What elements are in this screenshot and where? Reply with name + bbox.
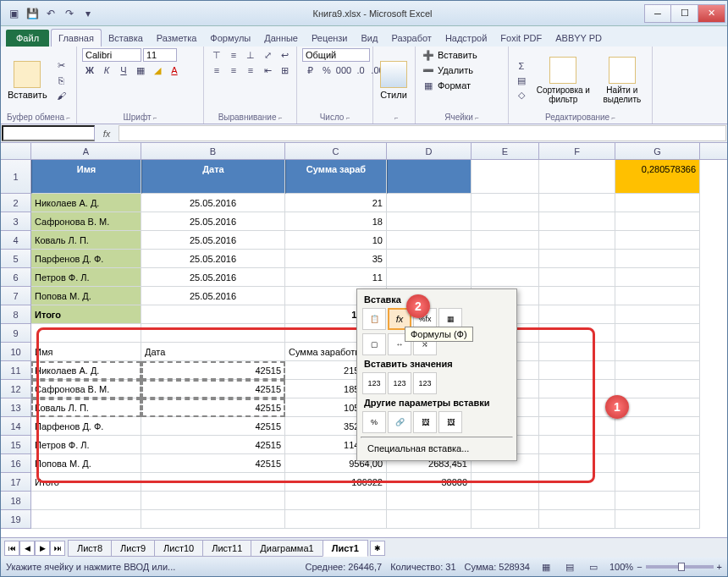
indent-dec-icon[interactable]: ⇤ (260, 63, 275, 77)
row-header[interactable]: 14 (1, 417, 31, 436)
paste-special-item[interactable]: Специальная вставка... (361, 440, 513, 457)
cell[interactable] (539, 417, 615, 436)
cell[interactable] (539, 231, 615, 250)
cell[interactable] (615, 417, 700, 436)
row-header[interactable]: 16 (1, 454, 31, 473)
cell[interactable] (539, 436, 615, 454)
row-header[interactable]: 4 (1, 231, 31, 250)
cell[interactable] (472, 268, 539, 287)
cell[interactable] (615, 287, 700, 305)
tab-addins[interactable]: Надстрой (438, 30, 494, 47)
row-header[interactable]: 8 (1, 305, 31, 324)
cell[interactable] (615, 343, 700, 361)
number-format-combo[interactable] (302, 48, 370, 62)
cell[interactable] (387, 250, 472, 268)
zoom-out-button[interactable]: − (637, 562, 642, 572)
view-pagebreak-icon[interactable]: ▭ (586, 560, 601, 574)
row-header[interactable]: 19 (1, 510, 31, 529)
cell[interactable]: 42515 (141, 417, 285, 436)
view-normal-icon[interactable]: ▦ (538, 560, 554, 574)
cell[interactable] (141, 324, 285, 343)
align-center-icon[interactable]: ≡ (226, 63, 241, 77)
cell[interactable]: 42515 (141, 361, 285, 380)
cell[interactable] (472, 160, 539, 194)
sheet-tab[interactable]: Лист9 (111, 540, 155, 557)
cell[interactable] (615, 510, 700, 529)
cell[interactable] (285, 510, 387, 529)
paste-button[interactable]: Вставить (6, 59, 49, 102)
zoom-level[interactable]: 100% (609, 562, 633, 572)
cell[interactable]: 35 (285, 250, 387, 268)
cell[interactable] (387, 231, 472, 250)
cell[interactable] (387, 492, 472, 510)
cell[interactable]: Николаев А. Д. (31, 361, 141, 380)
align-left-icon[interactable]: ≡ (209, 63, 224, 77)
col-header[interactable]: F (539, 143, 615, 159)
cell[interactable] (31, 510, 141, 529)
sheet-tab[interactable]: Лист10 (154, 540, 203, 557)
fill-color-icon[interactable]: ◢ (150, 63, 165, 77)
tab-review[interactable]: Рецензи (305, 30, 355, 47)
cell[interactable] (615, 361, 700, 380)
cell[interactable]: Дата (141, 343, 285, 361)
zoom-slider[interactable] (646, 565, 714, 569)
col-header[interactable]: B (141, 143, 285, 159)
formula-input[interactable] (119, 125, 726, 141)
cell[interactable]: 25.05.2016 (141, 194, 285, 212)
currency-icon[interactable]: ₽ (302, 63, 317, 77)
cell[interactable] (472, 194, 539, 212)
cell[interactable] (615, 212, 700, 231)
cell[interactable] (615, 231, 700, 250)
row-header[interactable]: 17 (1, 473, 31, 492)
row-header[interactable]: 6 (1, 268, 31, 287)
delete-cells-label[interactable]: Удалить (438, 65, 473, 75)
cell[interactable] (141, 305, 285, 324)
cell[interactable] (539, 324, 615, 343)
cell[interactable] (141, 510, 285, 529)
cell[interactable] (615, 324, 700, 343)
insert-cells-icon[interactable]: ➕ (421, 48, 436, 62)
paste-all-icon[interactable]: 📋 (362, 308, 386, 330)
cell[interactable]: 25.05.2016 (141, 212, 285, 231)
cell[interactable]: Парфенов Д. Ф. (31, 250, 141, 268)
name-box[interactable] (2, 125, 95, 141)
cell[interactable]: Итого (31, 305, 141, 324)
border-icon[interactable]: ▦ (133, 63, 148, 77)
paste-link-icon[interactable]: 🔗 (388, 411, 411, 433)
format-cells-icon[interactable]: ▦ (421, 79, 436, 92)
align-top-icon[interactable]: ⊤ (209, 48, 224, 62)
redo-icon[interactable]: ↷ (62, 6, 77, 21)
paste-picture-icon[interactable]: 🖼 (413, 411, 437, 433)
tab-foxit[interactable]: Foxit PDF (494, 30, 549, 47)
cut-icon[interactable]: ✂ (54, 58, 69, 72)
cell[interactable]: Дата (141, 160, 285, 194)
undo-icon[interactable]: ↶ (43, 6, 58, 21)
cell[interactable] (615, 305, 700, 324)
col-header[interactable]: A (31, 143, 141, 159)
cell[interactable] (539, 343, 615, 361)
view-layout-icon[interactable]: ▤ (562, 560, 577, 574)
tab-developer[interactable]: Разработ (384, 30, 438, 47)
cell[interactable] (539, 305, 615, 324)
qat-more-icon[interactable]: ▾ (80, 6, 96, 21)
merge-icon[interactable]: ⊞ (277, 63, 292, 77)
cell[interactable] (472, 231, 539, 250)
format-cells-label[interactable]: Формат (438, 80, 471, 91)
maximize-button[interactable]: ☐ (671, 4, 698, 23)
row-header[interactable]: 1 (1, 160, 31, 194)
cell[interactable]: 42515 (141, 398, 285, 417)
font-size-combo[interactable] (143, 48, 177, 62)
row-header[interactable]: 11 (1, 361, 31, 380)
row-header[interactable]: 15 (1, 436, 31, 454)
paste-formatting-icon[interactable]: % (362, 411, 386, 433)
sheet-tab[interactable]: Диаграмма1 (251, 540, 323, 557)
copy-icon[interactable]: ⎘ (54, 74, 69, 87)
save-icon[interactable]: 💾 (25, 6, 40, 21)
find-select-button[interactable]: Найти и выделить (598, 55, 647, 106)
cell[interactable] (472, 492, 539, 510)
font-name-combo[interactable] (82, 48, 141, 62)
cell[interactable]: 25.05.2016 (141, 287, 285, 305)
cell[interactable] (615, 492, 700, 510)
cell[interactable] (472, 212, 539, 231)
cell[interactable]: Имя (31, 343, 141, 361)
